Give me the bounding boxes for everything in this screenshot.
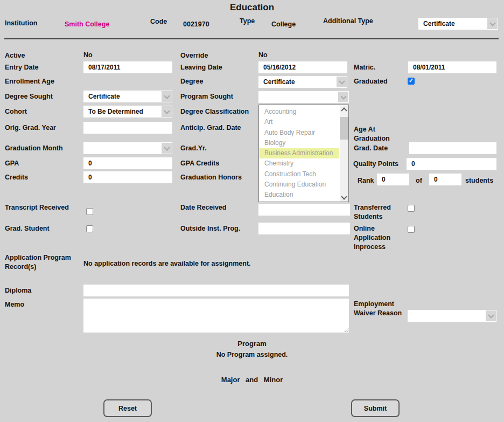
date-received-label: Date Received — [180, 203, 226, 212]
grad-date-input[interactable] — [409, 142, 496, 154]
application-program-records-label: Application Program Record(s) — [5, 253, 80, 272]
anticip-grad-date-label: Anticip. Grad. Date — [180, 123, 241, 133]
degree-sought-label: Degree Sought — [5, 92, 53, 101]
grad-date-label: Grad. Date — [354, 144, 388, 153]
additional-type-label: Additional Type — [323, 17, 373, 26]
outside-inst-prog-label: Outside Inst. Prog. — [180, 224, 240, 233]
grad-student-label: Grad. Student — [5, 224, 50, 233]
listbox-scrollbar[interactable] — [340, 105, 348, 202]
age-at-graduation-label: Age At Graduation — [354, 125, 405, 143]
employment-waiver-reason-select[interactable] — [408, 310, 496, 322]
employment-waiver-reason-label: Employment Waiver Reason — [354, 300, 405, 318]
active-value: No — [83, 51, 93, 59]
quality-points-input[interactable] — [407, 158, 496, 170]
dropdown-option[interactable]: Construction Tech — [259, 169, 339, 179]
leaving-date-input[interactable] — [258, 61, 347, 73]
gpa-credits-label: GPA Credits — [180, 159, 219, 168]
chevron-down-icon — [487, 18, 498, 29]
active-label: Active — [5, 51, 25, 60]
transcript-received-label: Transcript Received — [5, 203, 69, 212]
graduated-label: Graduated — [354, 77, 388, 86]
cohort-value: To Be Determined — [88, 106, 143, 117]
submit-button[interactable]: Submit — [351, 399, 400, 417]
transferred-students-checkbox[interactable] — [408, 205, 415, 212]
graduated-checkbox[interactable] — [408, 78, 415, 85]
dropdown-option[interactable]: Continuing Education — [259, 179, 339, 190]
gpa-label: GPA — [5, 159, 19, 168]
gpa-input[interactable] — [83, 157, 172, 169]
application-program-records-message: No application records are available for… — [83, 259, 251, 268]
cohort-label: Cohort — [5, 107, 27, 116]
entry-date-label: Entry Date — [5, 63, 39, 72]
degree-sought-value: Certificate — [88, 91, 120, 102]
scroll-up-icon[interactable] — [340, 105, 348, 114]
rank-of-label: of — [416, 176, 422, 185]
date-received-input[interactable] — [258, 204, 350, 216]
chevron-down-icon — [486, 310, 496, 321]
cohort-select[interactable]: To Be Determined — [83, 106, 172, 117]
scrollbar-thumb[interactable] — [340, 117, 348, 140]
grad-yr-label: Grad.Yr. — [180, 144, 207, 153]
dropdown-option[interactable]: Accounting — [259, 107, 339, 117]
education-form: Education Institution Smith College Code… — [0, 0, 504, 422]
rank-label: Rank — [358, 176, 374, 185]
code-value: 0021970 — [183, 20, 209, 28]
orig-grad-year-label: Orig. Grad. Year — [5, 123, 56, 133]
dropdown-option[interactable]: Chemistry — [259, 158, 339, 169]
diploma-input[interactable] — [83, 285, 349, 296]
leaving-date-label: Leaving Date — [180, 63, 222, 72]
memo-label: Memo — [5, 300, 24, 309]
dropdown-option[interactable]: Education — [259, 190, 339, 200]
page-title: Education — [0, 2, 504, 13]
dropdown-option[interactable]: Business Administration — [259, 148, 339, 158]
institution-label: Institution — [5, 19, 37, 28]
degree-value: Certificate — [263, 76, 295, 88]
program-sought-listbox[interactable]: AccountingArtAuto Body RepairBiologyBusi… — [258, 105, 349, 202]
scroll-down-icon[interactable] — [340, 193, 348, 202]
credits-input[interactable] — [83, 171, 172, 183]
reset-button[interactable]: Reset — [103, 399, 152, 417]
additional-type-value: Certificate — [423, 18, 455, 30]
override-label: Override — [180, 51, 208, 60]
entry-date-input[interactable] — [83, 61, 172, 73]
chevron-down-icon — [338, 92, 348, 102]
students-label: students — [465, 176, 493, 185]
diploma-label: Diploma — [5, 286, 31, 295]
dropdown-option[interactable]: Art — [259, 117, 339, 127]
transcript-received-checkbox[interactable] — [86, 208, 93, 215]
override-value: No — [258, 51, 268, 59]
matric-label: Matric. — [354, 63, 375, 72]
graduation-month-select[interactable] — [83, 142, 172, 154]
grad-student-checkbox[interactable] — [86, 225, 93, 232]
program-sought-select[interactable] — [258, 91, 349, 103]
credits-label: Credits — [5, 173, 28, 182]
header-divider — [4, 38, 499, 39]
matric-input[interactable] — [408, 61, 496, 73]
online-application-inprocess-label: Online Application Inprocess — [354, 224, 405, 252]
outside-inst-prog-input[interactable] — [258, 223, 350, 234]
memo-textarea[interactable] — [83, 299, 349, 333]
chevron-down-icon — [162, 106, 172, 117]
degree-sought-select[interactable]: Certificate — [83, 91, 172, 102]
rank-input[interactable] — [377, 174, 409, 185]
chevron-down-icon — [162, 91, 172, 102]
program-section-message: No Program assigned. — [0, 351, 504, 358]
chevron-down-icon — [162, 143, 172, 154]
institution-link[interactable]: Smith College — [65, 20, 109, 28]
code-label: Code — [150, 17, 167, 26]
enrollment-age-label: Enrollment Age — [5, 77, 54, 86]
degree-label: Degree — [180, 77, 203, 86]
dropdown-option[interactable]: Biology — [259, 138, 339, 148]
program-sought-options: AccountingArtAuto Body RepairBiologyBusi… — [259, 107, 339, 202]
orig-grad-year-input[interactable] — [83, 122, 172, 134]
degree-select[interactable]: Certificate — [258, 76, 347, 88]
rank-total-input[interactable] — [429, 174, 461, 185]
program-sought-label: Program Sought — [180, 92, 233, 101]
online-application-checkbox[interactable] — [408, 226, 415, 233]
chevron-down-icon — [337, 77, 347, 87]
additional-type-select[interactable]: Certificate — [418, 18, 498, 30]
type-value: College — [271, 20, 296, 28]
dropdown-option[interactable]: Auto Body Repair — [259, 128, 339, 138]
graduation-honors-label: Graduation Honors — [180, 173, 242, 182]
type-label: Type — [240, 17, 255, 26]
